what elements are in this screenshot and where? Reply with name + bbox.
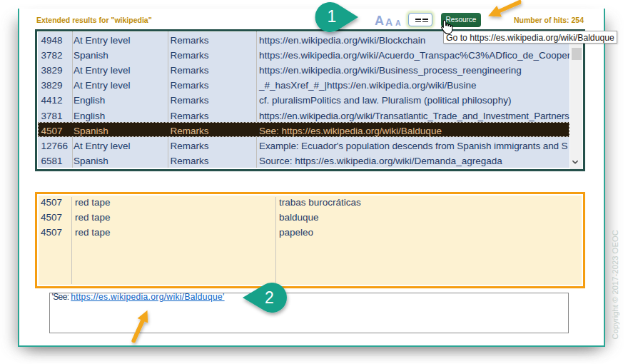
svg-text:2: 2 bbox=[265, 288, 274, 307]
svg-text:1: 1 bbox=[328, 7, 337, 26]
